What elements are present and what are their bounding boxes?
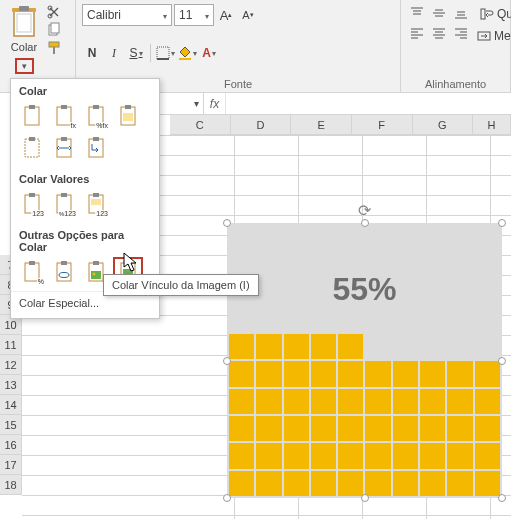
paste-formulas-icon[interactable]: fx <box>49 101 79 131</box>
svg-rect-7 <box>51 23 59 33</box>
column-header[interactable]: F <box>352 115 413 135</box>
align-bottom-icon[interactable] <box>451 4 471 22</box>
svg-point-4 <box>48 14 52 18</box>
waffle-chart[interactable]: 55% ⟳ <box>227 223 502 498</box>
paste-label: Colar <box>11 41 37 53</box>
svg-rect-36 <box>25 107 39 125</box>
wrap-text-button[interactable]: Quebrar <box>477 4 511 24</box>
font-name-combo[interactable]: Calibri <box>82 4 172 26</box>
alignment-group-label: Alinhamento <box>407 76 504 90</box>
paste-transpose-icon[interactable] <box>81 133 111 163</box>
paste-values-source-icon[interactable]: 123 <box>81 189 111 219</box>
svg-rect-8 <box>49 42 59 47</box>
alignment-group: Quebrar Mesclar Alinhamento <box>401 0 511 92</box>
svg-rect-12 <box>179 58 191 60</box>
format-painter-icon[interactable] <box>46 40 62 56</box>
paste-formulas-number-icon[interactable]: %fx <box>81 101 111 131</box>
panel-section-paste: Colar <box>11 79 159 101</box>
row-header[interactable]: 14 <box>0 395 22 415</box>
row-header[interactable]: 13 <box>0 375 22 395</box>
svg-rect-56 <box>93 193 99 197</box>
formula-bar: ▾ fx <box>160 93 511 115</box>
svg-rect-39 <box>61 105 67 109</box>
svg-rect-61 <box>61 261 67 265</box>
svg-point-66 <box>93 273 96 276</box>
svg-rect-57 <box>91 199 101 205</box>
chart-value-label: 55% <box>227 271 502 308</box>
align-center-icon[interactable] <box>429 24 449 42</box>
svg-rect-50 <box>93 137 99 141</box>
fill-color-button[interactable] <box>177 43 197 63</box>
svg-rect-64 <box>93 261 99 265</box>
copy-icon[interactable] <box>46 22 62 38</box>
column-header[interactable]: H <box>473 115 511 135</box>
row-header[interactable]: 11 <box>0 335 22 355</box>
svg-rect-45 <box>25 139 39 157</box>
paste-no-borders-icon[interactable] <box>17 133 47 163</box>
paste-button[interactable]: Colar <box>6 4 42 56</box>
clipboard-icon <box>6 4 42 40</box>
decrease-font-icon[interactable]: A▾ <box>238 5 258 25</box>
svg-rect-65 <box>91 271 101 279</box>
svg-rect-41 <box>93 105 99 109</box>
svg-rect-43 <box>125 105 131 109</box>
align-top-icon[interactable] <box>407 4 427 22</box>
align-middle-icon[interactable] <box>429 4 449 22</box>
font-size-combo[interactable]: 11 <box>174 4 214 26</box>
svg-rect-54 <box>61 193 67 197</box>
paste-dropdown-arrow[interactable]: ▾ <box>15 58 34 74</box>
paste-all-icon[interactable] <box>17 101 47 131</box>
svg-rect-9 <box>53 47 55 54</box>
column-header[interactable]: C <box>170 115 231 135</box>
svg-rect-2 <box>19 6 29 11</box>
font-color-button[interactable]: A <box>199 43 219 63</box>
align-right-icon[interactable] <box>451 24 471 42</box>
fx-icon[interactable]: fx <box>204 93 226 114</box>
increase-font-icon[interactable]: A▴ <box>216 5 236 25</box>
column-header[interactable]: D <box>231 115 292 135</box>
row-header[interactable]: 16 <box>0 435 22 455</box>
paste-keep-source-icon[interactable] <box>113 101 143 131</box>
svg-rect-68 <box>125 261 131 265</box>
svg-rect-10 <box>157 47 169 59</box>
svg-point-5 <box>48 6 52 10</box>
row-header[interactable]: 17 <box>0 455 22 475</box>
merge-button[interactable]: Mesclar <box>477 26 511 46</box>
paste-link-icon[interactable] <box>49 257 79 287</box>
tooltip: Colar Vínculo da Imagem (I) <box>103 274 259 296</box>
paste-values-icon[interactable]: 123 <box>17 189 47 219</box>
paste-column-widths-icon[interactable] <box>49 133 79 163</box>
bold-button[interactable]: N <box>82 43 102 63</box>
name-box-dropdown[interactable]: ▾ <box>160 93 204 114</box>
svg-rect-34 <box>481 9 485 19</box>
italic-button[interactable]: I <box>104 43 124 63</box>
svg-rect-48 <box>61 137 67 141</box>
column-header[interactable]: G <box>413 115 474 135</box>
panel-section-values: Colar Valores <box>11 167 159 189</box>
rotate-handle-icon[interactable]: ⟳ <box>358 201 371 220</box>
row-header[interactable]: 15 <box>0 415 22 435</box>
svg-rect-52 <box>29 193 35 197</box>
svg-rect-44 <box>123 113 133 121</box>
svg-rect-37 <box>29 105 35 109</box>
svg-rect-3 <box>17 14 31 32</box>
svg-rect-46 <box>29 137 35 141</box>
row-header[interactable]: 12 <box>0 355 22 375</box>
cut-icon[interactable] <box>46 4 62 20</box>
panel-section-other: Outras Opções para Colar <box>11 223 159 257</box>
align-left-icon[interactable] <box>407 24 427 42</box>
column-header[interactable]: E <box>291 115 352 135</box>
paste-formatting-icon[interactable]: % <box>17 257 47 287</box>
row-header[interactable]: 18 <box>0 475 22 495</box>
paste-values-number-icon[interactable]: %123 <box>49 189 79 219</box>
underline-button[interactable]: S <box>126 43 146 63</box>
borders-button[interactable] <box>155 43 175 63</box>
svg-rect-59 <box>29 261 35 265</box>
